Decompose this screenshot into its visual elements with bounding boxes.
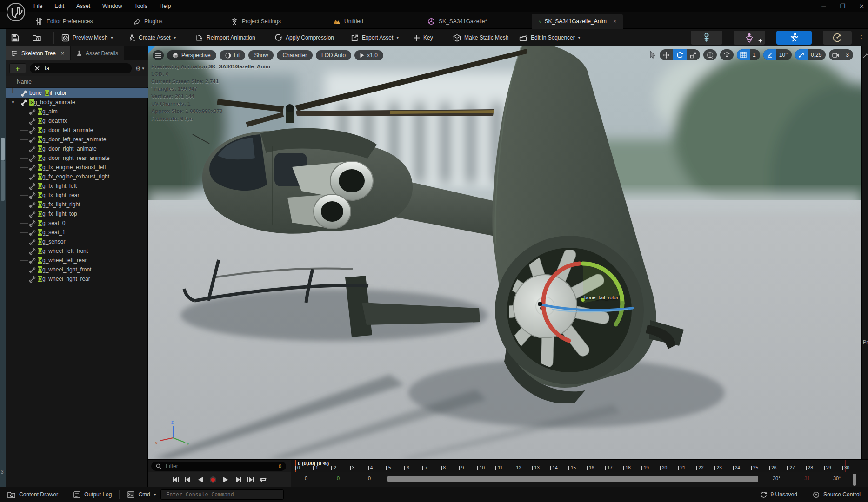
tab-animation-asset[interactable]: SK_SA341Gazelle_Anim ×: [532, 14, 623, 29]
perspective-button[interactable]: Perspective: [167, 50, 216, 60]
record-button[interactable]: [209, 476, 217, 484]
tab-untitled-level[interactable]: Untitled: [327, 14, 370, 29]
scale-snap-value[interactable]: 0,25: [808, 49, 826, 60]
console-command-input[interactable]: [165, 491, 279, 498]
edit-in-sequencer-button[interactable]: Edit in Sequencer▾: [519, 29, 580, 46]
toolbar-more-options-button[interactable]: ⋮: [858, 29, 865, 46]
clear-search-icon[interactable]: [34, 66, 40, 71]
jump-to-start-button[interactable]: [171, 476, 180, 484]
tree-row-tag_fx_engine_exhaust_right[interactable]: tag_fx_engine_exhaust_right: [6, 172, 148, 181]
show-menu-button[interactable]: Show: [248, 50, 274, 60]
play-forward-button[interactable]: [221, 476, 230, 484]
tree-row-tag_fx_light_right[interactable]: tag_fx_light_right: [6, 200, 148, 209]
output-log-button[interactable]: Output Log: [66, 487, 119, 502]
unsaved-status[interactable]: 9 Unsaved: [753, 487, 805, 502]
skeleton-editor-button[interactable]: [691, 31, 722, 45]
tree-row-tag_wheel_left_rear[interactable]: tag_wheel_left_rear: [6, 256, 148, 265]
viewport-menu-button[interactable]: [153, 50, 164, 60]
export-asset-button[interactable]: Export Asset▾: [351, 29, 399, 46]
tab-skeleton-tree[interactable]: Skeleton Tree ×: [6, 46, 70, 60]
tree-column-header[interactable]: Name: [6, 76, 148, 87]
tree-row-tag_seat_1[interactable]: tag_seat_1: [6, 228, 148, 237]
apply-compression-button[interactable]: Apply Compression: [274, 29, 334, 46]
menu-help[interactable]: Help: [160, 3, 171, 9]
range-mid-value[interactable]: 31: [802, 476, 812, 482]
tree-row-tag_sensor[interactable]: tag_sensor: [6, 237, 148, 246]
tree-row-tag_wheel_right_rear[interactable]: tag_wheel_right_rear: [6, 274, 148, 284]
tree-row-tag_aim[interactable]: tag_aim: [6, 107, 148, 116]
add-bone-button[interactable]: +: [9, 63, 26, 73]
tree-row-tag_door_left_animate[interactable]: tag_door_left_animate: [6, 126, 148, 135]
skeleton-search-input[interactable]: [44, 65, 100, 72]
camera-speed-button[interactable]: [829, 49, 843, 60]
console-command-box[interactable]: [160, 489, 284, 500]
timeline-value[interactable]: 0: [335, 476, 341, 482]
menu-file[interactable]: File: [33, 3, 42, 9]
timeline-value[interactable]: 0: [366, 476, 373, 482]
menu-edit[interactable]: Edit: [54, 3, 64, 9]
coordinate-space-button[interactable]: [703, 49, 717, 60]
playback-speed-button[interactable]: x1,0: [354, 50, 383, 60]
dock-scroll-handle[interactable]: [1, 138, 5, 160]
grid-snap-value[interactable]: 1: [750, 49, 760, 60]
scale-tool-button[interactable]: [687, 49, 700, 60]
dock-scroll-track[interactable]: [1, 160, 5, 201]
physics-editor-button[interactable]: [823, 31, 852, 45]
jump-to-end-button[interactable]: [247, 476, 255, 484]
play-reverse-button[interactable]: [196, 476, 205, 484]
lod-auto-button[interactable]: LOD Auto: [316, 50, 351, 60]
preview-mesh-button[interactable]: Preview Mesh▾: [61, 29, 113, 46]
range-start-value[interactable]: 30*: [771, 476, 782, 482]
camera-speed-value[interactable]: 3: [843, 49, 853, 60]
timeline-scrollbar[interactable]: [387, 476, 758, 482]
timeline-filter-box[interactable]: 0: [151, 462, 286, 471]
rotate-tool-button[interactable]: [673, 49, 687, 60]
timeline-ruler[interactable]: 0 (0,00) (0 %) 0123456789101112131415161…: [291, 460, 868, 472]
range-end-value[interactable]: 30*: [831, 476, 843, 482]
minimize-button[interactable]: ─: [821, 3, 826, 10]
tree-row-tag_fx_light_top[interactable]: tag_fx_light_top: [6, 209, 148, 218]
tree-row-tag_wheel_left_front[interactable]: tag_wheel_left_front: [6, 246, 148, 256]
add-key-button[interactable]: Key: [413, 29, 433, 46]
tree-row-bone_tail_rotor[interactable]: bone_tail_rotor: [6, 88, 148, 98]
mesh-editor-button[interactable]: [734, 31, 765, 45]
loop-button[interactable]: [259, 476, 267, 484]
create-asset-button[interactable]: Create Asset▾: [127, 29, 176, 46]
grid-snap-toggle[interactable]: [737, 49, 750, 60]
tree-row-tag_fx_light_left[interactable]: tag_fx_light_left: [6, 181, 148, 191]
tree-row-tag_door_left_rear_animate[interactable]: tag_door_left_rear_animate: [6, 135, 148, 144]
tab-editor-preferences[interactable]: Editor Preferences: [29, 14, 99, 29]
tree-row-tag_fx_light_rear[interactable]: tag_fx_light_rear: [6, 191, 148, 200]
right-dock-strip[interactable]: Pr: [861, 46, 868, 459]
select-cursor-icon[interactable]: [649, 51, 656, 59]
tree-row-tag_seat_0[interactable]: tag_seat_0: [6, 218, 148, 228]
tree-row-tag_door_right_animate[interactable]: tag_door_right_animate: [6, 144, 148, 153]
rotation-snap-value[interactable]: 10°: [776, 49, 792, 60]
browse-asset-button[interactable]: [33, 29, 41, 46]
tree-row-tag_body_animate[interactable]: ▼tag_body_animate: [6, 98, 148, 107]
content-drawer-button[interactable]: Content Drawer: [0, 487, 66, 502]
panel-tab-close-icon[interactable]: ×: [61, 50, 64, 57]
close-button[interactable]: ✕: [859, 3, 864, 10]
menu-tools[interactable]: Tools: [134, 3, 147, 9]
lit-mode-button[interactable]: Lit: [220, 50, 246, 60]
expander-arrow-icon[interactable]: ▼: [11, 100, 15, 105]
timeline-vertical-scrollbar[interactable]: [853, 474, 856, 486]
scale-snap-toggle[interactable]: [795, 49, 808, 60]
tree-row-tag_deathfx[interactable]: tag_deathfx: [6, 116, 148, 126]
tab-project-settings[interactable]: Project Settings: [224, 14, 287, 29]
timeline-filter-input[interactable]: [165, 462, 275, 470]
step-backward-button[interactable]: [184, 476, 192, 484]
tab-asset-details[interactable]: Asset Details: [71, 46, 124, 60]
reimport-animation-button[interactable]: Reimport Animation: [195, 29, 255, 46]
save-button[interactable]: [11, 29, 19, 46]
tree-row-tag_wheel_right_front[interactable]: tag_wheel_right_front: [6, 265, 148, 274]
tab-skeletal-mesh[interactable]: SK_SA341Gazelle*: [421, 14, 494, 29]
cmd-selector[interactable]: Cmd ▾: [120, 487, 158, 502]
menu-asset[interactable]: Asset: [76, 3, 90, 9]
tab-plugins[interactable]: Plugins: [127, 14, 169, 29]
skeleton-search-box[interactable]: [30, 63, 132, 73]
tree-row-tag_door_right_rear_animate[interactable]: tag_door_right_rear_animate: [6, 153, 148, 163]
animation-editor-button[interactable]: [776, 31, 812, 45]
character-menu-button[interactable]: Character: [277, 50, 313, 60]
